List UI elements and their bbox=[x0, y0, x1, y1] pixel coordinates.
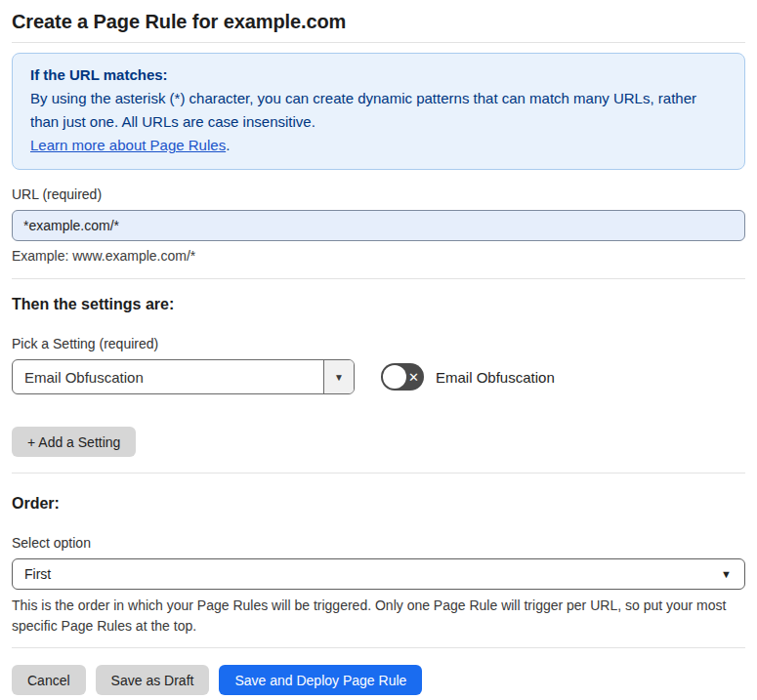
link-period: . bbox=[226, 137, 230, 153]
url-example-text: Example: www.example.com/* bbox=[12, 248, 745, 265]
url-field-label: URL (required) bbox=[12, 186, 745, 203]
footer-divider bbox=[12, 647, 745, 648]
save-as-draft-button[interactable]: Save as Draft bbox=[96, 665, 210, 695]
setting-dropdown-value: Email Obfuscation bbox=[13, 360, 323, 393]
settings-section-heading: Then the settings are: bbox=[12, 295, 745, 314]
order-dropdown-value: First bbox=[24, 566, 51, 582]
save-and-deploy-button[interactable]: Save and Deploy Page Rule bbox=[219, 665, 422, 695]
learn-more-link[interactable]: Learn more about Page Rules bbox=[30, 137, 226, 153]
toggle-label: Email Obfuscation bbox=[436, 369, 555, 386]
add-setting-button[interactable]: + Add a Setting bbox=[12, 427, 136, 457]
caret-down-icon: ▼ bbox=[721, 568, 732, 580]
cancel-button[interactable]: Cancel bbox=[12, 665, 86, 695]
title-divider bbox=[12, 42, 745, 43]
chevron-down-icon[interactable]: ▼ bbox=[323, 360, 354, 393]
setting-row: Email Obfuscation ▼ ✕ Email Obfuscation bbox=[12, 359, 745, 394]
callout-body: By using the asterisk (*) character, you… bbox=[30, 87, 727, 134]
footer-actions: Cancel Save as Draft Save and Deploy Pag… bbox=[12, 665, 745, 695]
page-title: Create a Page Rule for example.com bbox=[12, 10, 745, 33]
order-help-text: This is the order in which your Page Rul… bbox=[12, 596, 745, 637]
url-input[interactable] bbox=[12, 210, 745, 241]
page-rule-form: Create a Page Rule for example.com If th… bbox=[0, 0, 757, 695]
pick-setting-label: Pick a Setting (required) bbox=[12, 336, 745, 352]
email-obfuscation-toggle[interactable]: ✕ bbox=[381, 363, 424, 391]
section-divider bbox=[12, 473, 745, 474]
toggle-knob bbox=[383, 365, 406, 389]
order-select-label: Select option bbox=[12, 535, 745, 552]
section-divider bbox=[12, 278, 745, 279]
order-section-heading: Order: bbox=[12, 494, 745, 514]
setting-dropdown[interactable]: Email Obfuscation ▼ bbox=[12, 359, 355, 394]
callout-heading: If the URL matches: bbox=[30, 63, 727, 87]
callout-link-line: Learn more about Page Rules. bbox=[30, 134, 727, 157]
toggle-off-x-icon: ✕ bbox=[408, 371, 419, 384]
url-matches-callout: If the URL matches: By using the asteris… bbox=[12, 53, 745, 170]
order-dropdown[interactable]: First ▼ bbox=[12, 558, 745, 590]
